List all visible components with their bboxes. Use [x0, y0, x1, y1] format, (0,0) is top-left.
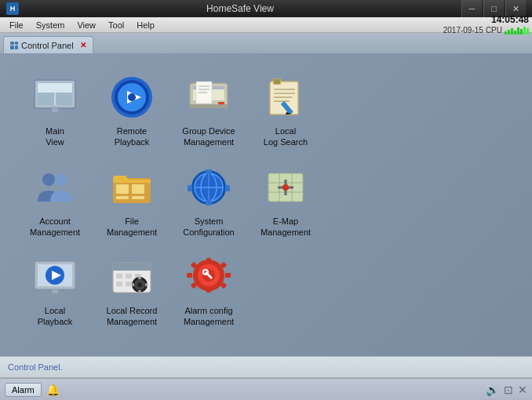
cpu-bar-8: [527, 28, 529, 35]
local-log-search-icon: [261, 72, 311, 122]
svg-point-31: [55, 173, 67, 186]
svg-rect-2: [38, 83, 72, 93]
sound-icon[interactable]: 🔊: [486, 384, 499, 396]
clock-date: 2017-09-15: [443, 26, 483, 35]
menu-bar: File System View Tool Help 14:05:48 2017…: [0, 17, 532, 33]
icon-row-1: Main View Remote Playback: [20, 69, 512, 151]
local-record-mgmt-icon-item[interactable]: Local Record Management: [97, 249, 166, 331]
local-log-search-icon-item[interactable]: Local Log Search: [251, 69, 320, 151]
remote-playback-label: Remote Playback: [115, 125, 150, 148]
account-mgmt-icon-item[interactable]: Account Management: [20, 159, 89, 242]
alarm-config-mgmt-label: Alarm config Management: [184, 305, 234, 328]
clock-date-cpu: 2017-09-15 CPU: [443, 26, 529, 35]
cpu-bar-2: [508, 30, 510, 35]
cpu-bar-4: [514, 31, 516, 35]
account-mgmt-icon: [30, 162, 80, 213]
bottom-bar: Alarm 🔔 🔊 ⊡ ✕: [0, 378, 532, 400]
alarm-config-mgmt-icon: [184, 252, 234, 302]
file-mgmt-icon: [107, 162, 157, 213]
fullscreen-icon[interactable]: ⊡: [504, 384, 513, 396]
app-logo: H: [6, 2, 19, 15]
tab-label: Control Panel: [21, 41, 74, 50]
svg-rect-35: [116, 196, 129, 199]
group-device-mgmt-label: Group Device Management: [182, 125, 235, 148]
control-panel-tab[interactable]: Control Panel ✕: [3, 36, 93, 53]
svg-rect-4: [56, 93, 72, 105]
menu-help[interactable]: Help: [130, 19, 161, 31]
svg-rect-67: [116, 282, 122, 286]
svg-rect-23: [274, 79, 280, 84]
main-view-icon-item[interactable]: Main View: [20, 69, 89, 151]
file-mgmt-icon-item[interactable]: File Management: [97, 159, 166, 242]
svg-rect-59: [52, 289, 58, 293]
menu-file[interactable]: File: [3, 19, 30, 31]
svg-rect-63: [113, 267, 151, 271]
emap-mgmt-icon-item[interactable]: E-Map Management: [251, 159, 320, 242]
remote-playback-icon-item[interactable]: Remote Playback: [97, 69, 166, 151]
icon-row-3: Local Playback: [20, 249, 512, 331]
grid-icon: [10, 42, 18, 49]
main-content: Main View Remote Playback: [0, 53, 532, 356]
bottom-left: Alarm 🔔: [5, 383, 60, 397]
svg-rect-6: [46, 112, 64, 115]
svg-point-54: [282, 184, 289, 191]
local-record-mgmt-label: Local Record Management: [107, 305, 158, 328]
system-config-icon-item[interactable]: System Configuration: [174, 159, 243, 242]
svg-rect-33: [116, 184, 129, 194]
cpu-bar-3: [511, 28, 513, 35]
group-device-mgmt-icon-item[interactable]: Group Device Management: [174, 69, 243, 151]
file-mgmt-label: File Management: [107, 216, 157, 238]
svg-rect-34: [132, 184, 144, 194]
tab-bar: Control Panel ✕: [0, 33, 532, 53]
group-device-mgmt-icon: [184, 72, 234, 122]
menu-system[interactable]: System: [30, 19, 71, 31]
svg-rect-65: [126, 274, 132, 278]
local-log-search-label: Local Log Search: [264, 125, 308, 148]
svg-point-30: [42, 173, 55, 186]
svg-rect-20: [190, 104, 228, 108]
local-record-mgmt-icon: [107, 252, 157, 302]
status-bar: Control Panel.: [0, 356, 532, 378]
emap-mgmt-icon: [261, 162, 311, 213]
bottom-icons: 🔊 ⊡ ✕: [486, 384, 527, 396]
svg-rect-74: [132, 283, 134, 286]
svg-rect-36: [132, 196, 144, 199]
tab-close-button[interactable]: ✕: [80, 41, 86, 49]
svg-rect-46: [225, 185, 230, 191]
cpu-bar-6: [520, 29, 523, 35]
svg-rect-21: [270, 82, 298, 115]
svg-point-71: [137, 282, 142, 287]
cpu-bar-1: [505, 31, 507, 35]
status-text: Control Panel.: [8, 362, 63, 372]
remote-playback-icon: [107, 72, 157, 122]
svg-rect-43: [206, 169, 212, 174]
account-mgmt-label: Account Management: [30, 216, 80, 238]
local-playback-icon: [30, 252, 80, 302]
alarm-config-mgmt-icon-item[interactable]: Alarm config Management: [174, 249, 243, 331]
alarm-icon[interactable]: 🔔: [46, 384, 60, 396]
cpu-label: CPU: [486, 26, 502, 35]
svg-rect-68: [126, 282, 132, 286]
local-playback-label: Local Playback: [38, 305, 73, 328]
exit-icon[interactable]: ✕: [518, 384, 527, 396]
svg-rect-73: [138, 290, 141, 293]
emap-mgmt-label: E-Map Management: [261, 216, 311, 238]
menu-tool[interactable]: Tool: [102, 19, 130, 31]
cpu-bar-5: [517, 27, 519, 35]
local-playback-icon-item[interactable]: Local Playback: [20, 249, 89, 331]
cpu-bars: [505, 27, 529, 35]
svg-rect-79: [206, 287, 211, 293]
main-view-icon: [30, 72, 80, 122]
svg-rect-75: [145, 283, 148, 286]
menu-view[interactable]: View: [71, 19, 102, 31]
svg-rect-3: [38, 93, 54, 105]
app-title: HomeSafe View: [19, 3, 461, 14]
icon-row-2: Account Management: [20, 159, 512, 242]
main-view-label: Main View: [46, 125, 64, 148]
clock-time: 14:05:48: [443, 14, 529, 25]
cpu-bar-7: [523, 27, 526, 35]
svg-rect-81: [225, 273, 231, 278]
svg-rect-80: [187, 273, 192, 278]
alarm-button[interactable]: Alarm: [5, 383, 42, 397]
svg-point-11: [128, 93, 136, 101]
